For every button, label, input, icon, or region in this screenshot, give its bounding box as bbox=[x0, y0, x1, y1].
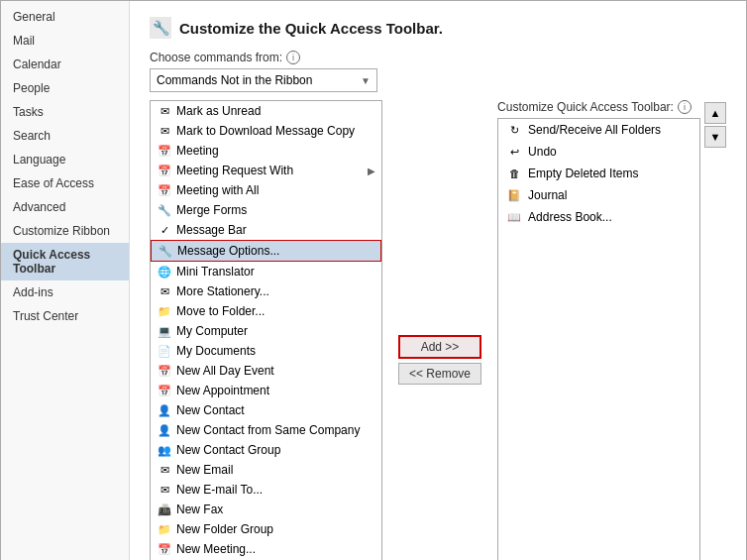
list-item-icon: ✉ bbox=[157, 283, 172, 299]
list-item-icon: 📠 bbox=[157, 502, 172, 517]
list-item[interactable]: 📅Meeting with All bbox=[151, 180, 381, 200]
sidebar-item-search[interactable]: Search bbox=[1, 124, 129, 148]
quick-access-item-label: Empty Deleted Items bbox=[528, 167, 638, 180]
right-panel-info-icon[interactable]: i bbox=[678, 100, 692, 114]
sidebar: GeneralMailCalendarPeopleTasksSearchLang… bbox=[1, 1, 130, 560]
right-panel: Customize Quick Access Toolbar: i ↻Send/… bbox=[497, 100, 700, 560]
commands-dropdown-value: Commands Not in the Ribbon bbox=[157, 73, 312, 87]
list-item-label: Mark as Unread bbox=[176, 104, 261, 118]
list-item-label: New Meeting... bbox=[176, 542, 256, 556]
list-item[interactable]: 📅New All Day Event bbox=[151, 361, 381, 381]
list-item[interactable]: 📅New Meeting... bbox=[151, 539, 381, 559]
list-item-icon: 💻 bbox=[157, 323, 172, 339]
list-item-label: New Contact bbox=[176, 403, 245, 417]
quick-access-item[interactable]: 📖Address Book... bbox=[498, 206, 699, 228]
quick-access-item[interactable]: 📔Journal bbox=[498, 184, 699, 206]
sidebar-item-general[interactable]: General bbox=[1, 5, 129, 29]
list-item[interactable]: ✓Message Bar bbox=[151, 220, 381, 240]
list-item-icon: 🔧 bbox=[158, 243, 173, 259]
list-item-label: New Fax bbox=[176, 503, 223, 516]
add-button[interactable]: Add >> bbox=[398, 335, 481, 359]
submenu-arrow-icon: ▶ bbox=[368, 166, 375, 176]
scroll-down-button[interactable]: ▼ bbox=[704, 126, 726, 148]
right-area: Customize Quick Access Toolbar: i ↻Send/… bbox=[497, 100, 726, 560]
quick-access-item-label: Address Book... bbox=[528, 210, 612, 224]
commands-dropdown[interactable]: Commands Not in the Ribbon ▼ bbox=[150, 68, 377, 92]
quick-access-item[interactable]: 🗑Empty Deleted Items bbox=[498, 163, 699, 184]
list-item-icon: 📅 bbox=[157, 182, 172, 198]
remove-button[interactable]: << Remove bbox=[398, 363, 481, 385]
quick-access-item-label: Undo bbox=[528, 145, 557, 159]
sidebar-item-ease-of-access[interactable]: Ease of Access bbox=[1, 171, 129, 195]
list-item-icon: 📄 bbox=[157, 343, 172, 359]
list-item-icon: ✉ bbox=[157, 462, 172, 478]
commands-list[interactable]: ✉Mark as Unread✉Mark to Download Message… bbox=[150, 100, 382, 560]
list-item[interactable]: ✉More Stationery... bbox=[151, 281, 381, 301]
sidebar-item-calendar[interactable]: Calendar bbox=[1, 53, 129, 76]
list-item-label: Merge Forms bbox=[176, 203, 247, 217]
list-item-icon: ✉ bbox=[157, 482, 172, 498]
list-item-label: My Documents bbox=[176, 344, 256, 358]
list-item[interactable]: 📠New Fax bbox=[151, 500, 381, 519]
list-item[interactable]: 👤New Contact bbox=[151, 400, 381, 420]
list-item[interactable]: 🔧Message Options... bbox=[151, 240, 381, 262]
list-item[interactable]: 👥New Contact Group bbox=[151, 440, 381, 460]
commands-label: Choose commands from: bbox=[150, 51, 282, 64]
list-item[interactable]: 📁New Folder Group bbox=[151, 519, 381, 539]
list-item-icon: 📅 bbox=[157, 163, 172, 178]
list-item-icon: 📅 bbox=[157, 363, 172, 379]
list-item[interactable]: ✉New Email bbox=[151, 460, 381, 480]
list-item-label: Meeting bbox=[176, 144, 219, 158]
sidebar-item-quick-access-toolbar[interactable]: Quick Access Toolbar bbox=[1, 243, 129, 280]
sidebar-item-customize-ribbon[interactable]: Customize Ribbon bbox=[1, 219, 129, 243]
left-panel: ✉Mark as Unread✉Mark to Download Message… bbox=[150, 100, 382, 560]
list-item-label: Meeting Request With bbox=[176, 164, 293, 177]
list-item[interactable]: ✉Mark as Unread bbox=[151, 101, 381, 121]
list-item[interactable]: 🌐Mini Translator bbox=[151, 262, 381, 281]
commands-info-icon[interactable]: i bbox=[286, 51, 300, 64]
list-item[interactable]: 📄My Documents bbox=[151, 341, 381, 361]
right-scroll-buttons: ▲ ▼ bbox=[700, 100, 726, 560]
two-panels: ✉Mark as Unread✉Mark to Download Message… bbox=[150, 100, 726, 560]
right-panel-label-row: Customize Quick Access Toolbar: i bbox=[497, 100, 700, 114]
sidebar-item-tasks[interactable]: Tasks bbox=[1, 100, 129, 124]
list-item-label: Mark to Download Message Copy bbox=[176, 124, 355, 138]
commands-label-row: Choose commands from: i bbox=[150, 51, 726, 64]
list-item[interactable]: ✉Mark to Download Message Copy bbox=[151, 121, 381, 141]
sidebar-item-advanced[interactable]: Advanced bbox=[1, 195, 129, 219]
list-item[interactable]: 📅Meeting Request With▶ bbox=[151, 161, 381, 180]
middle-buttons: Add >> << Remove bbox=[394, 100, 485, 560]
sidebar-item-people[interactable]: People bbox=[1, 76, 129, 100]
list-item-label: New E-mail To... bbox=[176, 483, 263, 497]
sidebar-item-mail[interactable]: Mail bbox=[1, 29, 129, 53]
list-item[interactable]: ✉New E-mail To... bbox=[151, 480, 381, 500]
list-item[interactable]: 💻My Computer bbox=[151, 321, 381, 341]
list-item-icon: 📁 bbox=[157, 521, 172, 537]
sidebar-item-add-ins[interactable]: Add-ins bbox=[1, 280, 129, 304]
quick-access-item[interactable]: ↻Send/Receive All Folders bbox=[498, 119, 699, 141]
list-item-label: My Computer bbox=[176, 324, 248, 338]
list-item-icon: 🔧 bbox=[157, 202, 172, 218]
list-item[interactable]: 📅New Appointment bbox=[151, 381, 381, 400]
section-title: 🔧 Customize the Quick Access Toolbar. bbox=[150, 17, 726, 39]
list-item-icon: ✉ bbox=[157, 103, 172, 119]
list-item[interactable]: 👤New Contact from Same Company bbox=[151, 420, 381, 440]
list-item-icon: 👤 bbox=[157, 422, 172, 438]
list-item[interactable]: 📅Meeting bbox=[151, 141, 381, 161]
list-item-label: Message Bar bbox=[176, 223, 247, 237]
list-item-icon: 📅 bbox=[157, 143, 172, 159]
scroll-up-button[interactable]: ▲ bbox=[704, 102, 726, 124]
list-item[interactable]: 📁Move to Folder... bbox=[151, 301, 381, 321]
list-item-label: Meeting with All bbox=[176, 183, 259, 197]
quick-access-list[interactable]: ↻Send/Receive All Folders↩Undo🗑Empty Del… bbox=[497, 118, 700, 560]
right-panel-label: Customize Quick Access Toolbar: bbox=[497, 100, 674, 114]
list-item-label: New Contact from Same Company bbox=[176, 423, 360, 437]
quick-access-item[interactable]: ↩Undo bbox=[498, 141, 699, 163]
quick-access-item-label: Send/Receive All Folders bbox=[528, 123, 661, 137]
sidebar-item-trust-center[interactable]: Trust Center bbox=[1, 304, 129, 328]
sidebar-item-language[interactable]: Language bbox=[1, 148, 129, 171]
dialog-title: Customize the Quick Access Toolbar. bbox=[179, 20, 443, 37]
list-item[interactable]: 🔧Merge Forms bbox=[151, 200, 381, 220]
list-item-icon: 👤 bbox=[157, 402, 172, 418]
list-item-icon: 📅 bbox=[157, 383, 172, 398]
